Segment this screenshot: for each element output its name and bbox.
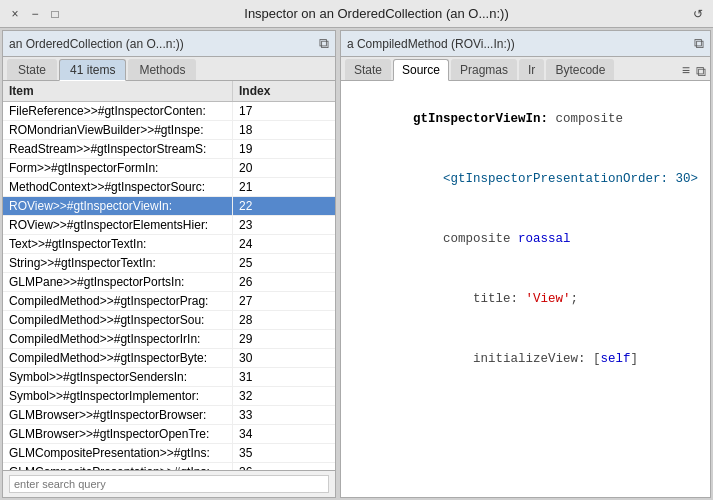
minimize-button[interactable]: −: [28, 7, 42, 21]
search-input[interactable]: [9, 475, 329, 493]
cell-index: 25: [233, 254, 335, 272]
table-row[interactable]: ReadStream>>#gtInspectorStreamS:19: [3, 140, 335, 159]
cell-item: Text>>#gtInspectorTextIn:: [3, 235, 233, 253]
tab-methods[interactable]: Methods: [128, 59, 196, 80]
cell-index: 32: [233, 387, 335, 405]
table-row[interactable]: FileReference>>#gtInspectorConten:17: [3, 102, 335, 121]
close-button[interactable]: ×: [8, 7, 22, 21]
cell-item: Symbol>>#gtInspectorSendersIn:: [3, 368, 233, 386]
right-panel-header: a CompiledMethod (ROVi...In:)) ⧉: [341, 31, 710, 57]
cell-index: 21: [233, 178, 335, 196]
table-row[interactable]: ROView>>#gtInspectorViewIn:22: [3, 197, 335, 216]
cell-item: ReadStream>>#gtInspectorStreamS:: [3, 140, 233, 158]
table-row[interactable]: CompiledMethod>>#gtInspectorSou:28: [3, 311, 335, 330]
cell-item: GLMPane>>#gtInspectorPortsIn:: [3, 273, 233, 291]
right-panel: a CompiledMethod (ROVi...In:)) ⧉ State S…: [340, 30, 711, 498]
cell-item: CompiledMethod>>#gtInspectorIrIn:: [3, 330, 233, 348]
left-copy-button[interactable]: ⧉: [319, 35, 329, 52]
cell-index: 33: [233, 406, 335, 424]
left-tabs: State 41 items Methods: [3, 57, 335, 81]
col-item-header: Item: [3, 81, 233, 101]
tab-state[interactable]: State: [7, 59, 57, 80]
cell-item: FileReference>>#gtInspectorConten:: [3, 102, 233, 120]
cell-index: 35: [233, 444, 335, 462]
table-row[interactable]: GLMBrowser>>#gtInspectorOpenTre:34: [3, 425, 335, 444]
table-row[interactable]: CompiledMethod>>#gtInspectorIrIn:29: [3, 330, 335, 349]
code-line-5: initializeView: [self]: [353, 329, 698, 389]
main-content: an OrderedCollection (an O...n:)) ⧉ Stat…: [0, 28, 713, 500]
table-row[interactable]: ROMondrianViewBuilder>>#gtInspe:18: [3, 121, 335, 140]
right-tab-bytecode[interactable]: Bytecode: [546, 59, 614, 80]
window-title: Inspector on an OrderedCollection (an O.…: [62, 6, 691, 21]
cell-item: Form>>#gtInspectorFormIn:: [3, 159, 233, 177]
cell-item: ROMondrianViewBuilder>>#gtInspe:: [3, 121, 233, 139]
right-tab-ir[interactable]: Ir: [519, 59, 544, 80]
right-panel-title: a CompiledMethod (ROVi...In:)): [347, 37, 515, 51]
table-row[interactable]: GLMBrowser>>#gtInspectorBrowser:33: [3, 406, 335, 425]
table-row[interactable]: Symbol>>#gtInspectorImplementor:32: [3, 387, 335, 406]
cell-index: 31: [233, 368, 335, 386]
table-row[interactable]: GLMCompositePresentation>>#gtIns:36: [3, 463, 335, 470]
cell-index: 19: [233, 140, 335, 158]
tab-items[interactable]: 41 items: [59, 59, 126, 81]
left-panel-header: an OrderedCollection (an O...n:)) ⧉: [3, 31, 335, 57]
table-row[interactable]: ROView>>#gtInspectorElementsHier:23: [3, 216, 335, 235]
left-panel-title: an OrderedCollection (an O...n:)): [9, 37, 184, 51]
table-header: Item Index: [3, 81, 335, 102]
code-display: gtInspectorViewIn: composite <gtInspecto…: [341, 81, 710, 497]
left-panel: an OrderedCollection (an O...n:)) ⧉ Stat…: [2, 30, 336, 498]
cell-index: 34: [233, 425, 335, 443]
cell-index: 26: [233, 273, 335, 291]
right-tab-copy-button[interactable]: ⧉: [696, 63, 706, 80]
title-bar-right: ↺: [691, 7, 705, 21]
cell-item: ROView>>#gtInspectorViewIn:: [3, 197, 233, 215]
code-line-3: composite roassal: [353, 209, 698, 269]
cell-item: ROView>>#gtInspectorElementsHier:: [3, 216, 233, 234]
table-row[interactable]: CompiledMethod>>#gtInspectorByte:30: [3, 349, 335, 368]
search-box: [3, 470, 335, 497]
cell-item: GLMCompositePresentation>>#gtIns:: [3, 444, 233, 462]
cell-index: 22: [233, 197, 335, 215]
right-tab-state[interactable]: State: [345, 59, 391, 80]
maximize-button[interactable]: □: [48, 7, 62, 21]
cell-item: GLMCompositePresentation>>#gtIns:: [3, 463, 233, 470]
tab-menu-button[interactable]: ≡: [678, 60, 694, 80]
title-bar: × − □ Inspector on an OrderedCollection …: [0, 0, 713, 28]
right-tab-pragmas[interactable]: Pragmas: [451, 59, 517, 80]
table-row[interactable]: CompiledMethod>>#gtInspectorPrag:27: [3, 292, 335, 311]
window-controls[interactable]: × − □: [8, 7, 62, 21]
code-method-name: gtInspectorViewIn:: [413, 112, 548, 126]
table-body: FileReference>>#gtInspectorConten:17ROMo…: [3, 102, 335, 470]
cell-index: 28: [233, 311, 335, 329]
right-tabs: State Source Pragmas Ir Bytecode ≡ ⧉: [341, 57, 710, 81]
table-row[interactable]: MethodContext>>#gtInspectorSourc:21: [3, 178, 335, 197]
cell-index: 23: [233, 216, 335, 234]
cell-index: 29: [233, 330, 335, 348]
cell-index: 27: [233, 292, 335, 310]
cell-item: String>>#gtInspectorTextIn:: [3, 254, 233, 272]
table-row[interactable]: GLMPane>>#gtInspectorPortsIn:26: [3, 273, 335, 292]
cell-item: Symbol>>#gtInspectorImplementor:: [3, 387, 233, 405]
cell-index: 17: [233, 102, 335, 120]
table-row[interactable]: Form>>#gtInspectorFormIn:20: [3, 159, 335, 178]
right-tab-source[interactable]: Source: [393, 59, 449, 81]
cell-item: CompiledMethod>>#gtInspectorByte:: [3, 349, 233, 367]
refresh-button[interactable]: ↺: [691, 7, 705, 21]
code-line-1: gtInspectorViewIn: composite: [353, 89, 698, 149]
code-line-4: title: 'View';: [353, 269, 698, 329]
table-row[interactable]: GLMCompositePresentation>>#gtIns:35: [3, 444, 335, 463]
right-copy-button[interactable]: ⧉: [694, 35, 704, 52]
cell-index: 20: [233, 159, 335, 177]
cell-item: CompiledMethod>>#gtInspectorSou:: [3, 311, 233, 329]
col-index-header: Index: [233, 81, 335, 101]
cell-index: 36: [233, 463, 335, 470]
cell-item: GLMBrowser>>#gtInspectorBrowser:: [3, 406, 233, 424]
cell-item: CompiledMethod>>#gtInspectorPrag:: [3, 292, 233, 310]
table-row[interactable]: Symbol>>#gtInspectorSendersIn:31: [3, 368, 335, 387]
cell-index: 30: [233, 349, 335, 367]
table-row[interactable]: String>>#gtInspectorTextIn:25: [3, 254, 335, 273]
items-table[interactable]: Item Index FileReference>>#gtInspectorCo…: [3, 81, 335, 470]
cell-index: 24: [233, 235, 335, 253]
table-row[interactable]: Text>>#gtInspectorTextIn:24: [3, 235, 335, 254]
cell-index: 18: [233, 121, 335, 139]
